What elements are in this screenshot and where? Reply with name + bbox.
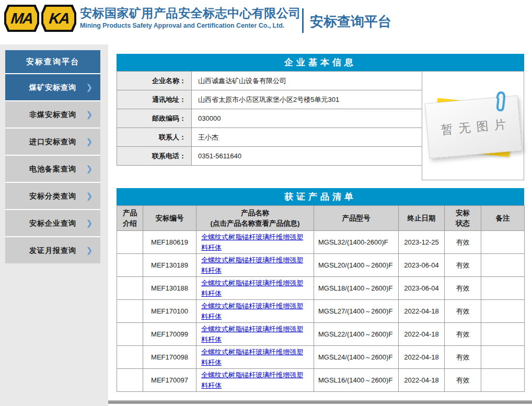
product-name-cell: 全螺纹式树脂锚杆玻璃纤维增强塑料杆体 <box>196 346 314 369</box>
column-label-line1: 产品名称 <box>241 209 269 217</box>
product-model: MGSL20/(1400～2600)F <box>314 254 399 277</box>
column-cert-status: 安标状态 <box>445 206 481 231</box>
column-product-name: 产品名称(点击产品名称查看产品信息) <box>196 206 314 231</box>
product-note-cell <box>481 231 525 254</box>
product-model: MGSL18/(1400～2600)F <box>314 277 399 300</box>
product-name-cell: 全螺纹式树脂锚杆玻璃纤维增强塑料杆体 <box>196 300 314 323</box>
info-value: 山西省太原市小店区巩家堡小区2号楼5单元301 <box>192 90 423 109</box>
product-name-link[interactable]: 全螺纹式树脂锚杆玻璃纤维增强塑料杆体 <box>201 302 303 320</box>
sidebar-item-monthly-report-query[interactable]: 发证月报查询❯ <box>5 236 100 263</box>
product-row: MEF170100全螺纹式树脂锚杆玻璃纤维增强塑料杆体MGSL27/(1400～… <box>117 300 525 323</box>
product-model: MGSL24/(1400～2600)F <box>314 346 399 369</box>
column-end-date: 终止日期 <box>399 206 445 231</box>
sidebar: 安标查询平台 煤矿安标查询❯非煤安标查询❯进口安标查询❯电池备案查询❯安标分类查… <box>5 50 100 263</box>
sidebar-item-label: 煤矿安标查询 <box>29 83 76 91</box>
product-note-cell <box>481 369 525 392</box>
column-label-line1: 终止日期 <box>408 214 436 222</box>
product-end-date: 2023-06-04 <box>399 277 445 300</box>
company-info-table: 企业名称：山西诚鑫达矿山设备有限公司通讯地址：山西省太原市小店区巩家堡小区2号楼… <box>117 71 423 166</box>
product-cert-code: MEF170098 <box>143 346 196 369</box>
products-title: 获证产品清单 <box>117 188 524 205</box>
product-name-cell: 全螺纹式树脂锚杆玻璃纤维增强塑料杆体 <box>196 254 314 277</box>
info-label: 企业名称： <box>117 72 192 90</box>
product-intro-cell <box>117 346 143 369</box>
sidebar-item-label: 非煤安标查询 <box>29 110 76 119</box>
chevron-right-icon: ❯ <box>86 237 92 263</box>
product-end-date: 2022-04-18 <box>399 369 445 392</box>
products-table: 产品介绍安标编号产品名称(点击产品名称查看产品信息)产品型号终止日期安标状态备注… <box>117 205 525 392</box>
platform-title: 安标查询平台 <box>310 13 391 31</box>
product-cert-code: MEF170097 <box>143 369 196 392</box>
column-label-line2: 介绍 <box>123 219 137 227</box>
sidebar-item-classification-query[interactable]: 安标分类查询❯ <box>5 182 100 209</box>
logo-letters-ma: MA <box>10 11 33 26</box>
product-status: 有效 <box>445 323 481 346</box>
no-image-label: 暂无图片 <box>434 115 512 138</box>
sidebar-item-label: 安标分类查询 <box>29 192 76 200</box>
product-cert-code: MEF130189 <box>143 254 196 277</box>
product-intro-cell <box>117 300 143 323</box>
product-name-link[interactable]: 全螺纹式树脂锚杆玻璃纤维增强塑料杆体 <box>201 371 303 389</box>
column-cert-code: 安标编号 <box>143 206 196 231</box>
product-intro-cell <box>117 277 143 300</box>
info-row: 企业名称：山西诚鑫达矿山设备有限公司 <box>117 72 423 90</box>
column-label-line2: 状态 <box>456 219 470 227</box>
chevron-right-icon: ❯ <box>86 129 92 155</box>
sidebar-title: 安标查询平台 <box>5 50 100 73</box>
sidebar-item-label: 安标企业查询 <box>29 219 76 227</box>
products-header-row: 产品介绍安标编号产品名称(点击产品名称查看产品信息)产品型号终止日期安标状态备注 <box>117 206 525 231</box>
product-name-link[interactable]: 全螺纹式树脂锚杆玻璃纤维增强塑料杆体 <box>201 279 303 297</box>
info-row: 邮政编码：030000 <box>117 109 423 128</box>
product-row: MEF180619全螺纹式树脂锚杆玻璃纤维增强塑料杆体MGSL32/(1400-… <box>117 231 525 254</box>
info-label: 联系人： <box>117 128 192 147</box>
product-end-date: 2022-04-18 <box>399 323 445 346</box>
product-name-link[interactable]: 全螺纹式树脂锚杆玻璃纤维增强塑料杆体 <box>201 348 303 366</box>
column-label-line1: 安标 <box>456 209 470 217</box>
product-status: 有效 <box>445 231 481 254</box>
product-end-date: 2022-04-18 <box>399 300 445 323</box>
sidebar-nav: 煤矿安标查询❯非煤安标查询❯进口安标查询❯电池备案查询❯安标分类查询❯安标企业查… <box>5 73 100 263</box>
sidebar-item-battery-filing-query[interactable]: 电池备案查询❯ <box>5 155 100 182</box>
product-cert-code: MEF170100 <box>143 300 196 323</box>
info-label: 邮政编码： <box>117 109 192 128</box>
product-model: MGSL16/(1400～2600)F <box>314 369 399 392</box>
paperclip-icon <box>492 90 508 114</box>
product-note-cell <box>481 323 525 346</box>
chevron-right-icon: ❯ <box>86 101 92 127</box>
product-row: MEF170097全螺纹式树脂锚杆玻璃纤维增强塑料杆体MGSL16/(1400～… <box>117 369 525 392</box>
product-status: 有效 <box>445 300 481 323</box>
logo-badge-ma-icon: MA <box>4 5 39 32</box>
info-row: 联系电话：0351-5611640 <box>117 147 423 166</box>
product-end-date: 2023-06-04 <box>399 254 445 277</box>
product-status: 有效 <box>445 346 481 369</box>
product-model: MGSL27/(1400～2600)F <box>314 300 399 323</box>
sidebar-item-non-coal-query[interactable]: 非煤安标查询❯ <box>5 100 100 127</box>
chevron-right-icon: ❯ <box>86 183 92 209</box>
product-name-link[interactable]: 全螺纹式树脂锚杆玻璃纤维增强塑料杆体 <box>201 256 303 274</box>
product-cert-code: MEF130188 <box>143 277 196 300</box>
product-status: 有效 <box>445 369 481 392</box>
chevron-right-icon: ❯ <box>86 210 92 236</box>
org-brand: 安标国家矿用产品安全标志中心有限公司 Mining Products Safet… <box>80 5 301 30</box>
sidebar-item-coal-mine-query[interactable]: 煤矿安标查询❯ <box>5 73 100 100</box>
product-end-date: 2023-12-25 <box>399 231 445 254</box>
horizontal-scrollbar[interactable] <box>108 400 532 404</box>
maka-logo: MA KA <box>4 5 76 32</box>
column-label-line1: 备注 <box>496 214 510 222</box>
column-note: 备注 <box>481 206 525 231</box>
product-name-link[interactable]: 全螺纹式树脂锚杆玻璃纤维增强塑料杆体 <box>201 325 303 343</box>
info-row: 通讯地址：山西省太原市小店区巩家堡小区2号楼5单元301 <box>117 90 423 109</box>
product-name-link[interactable]: 全螺纹式树脂锚杆玻璃纤维增强塑料杆体 <box>201 233 303 251</box>
product-intro-cell <box>117 323 143 346</box>
company-image-box: 暂无图片 <box>422 71 524 180</box>
sidebar-item-enterprise-query[interactable]: 安标企业查询❯ <box>5 209 100 236</box>
product-row: MEF170098全螺纹式树脂锚杆玻璃纤维增强塑料杆体MGSL24/(1400～… <box>117 346 525 369</box>
product-name-cell: 全螺纹式树脂锚杆玻璃纤维增强塑料杆体 <box>196 231 314 254</box>
info-value: 0351-5611640 <box>192 147 423 166</box>
column-label-line1: 产品 <box>123 209 137 217</box>
product-intro-cell <box>117 231 143 254</box>
sidebar-item-import-query[interactable]: 进口安标查询❯ <box>5 127 100 155</box>
product-row: MEF170099全螺纹式树脂锚杆玻璃纤维增强塑料杆体MGSL22/(1400～… <box>117 323 525 346</box>
product-name-cell: 全螺纹式树脂锚杆玻璃纤维增强塑料杆体 <box>196 277 314 300</box>
org-name-en: Mining Products Safety Approval and Cert… <box>80 21 301 30</box>
